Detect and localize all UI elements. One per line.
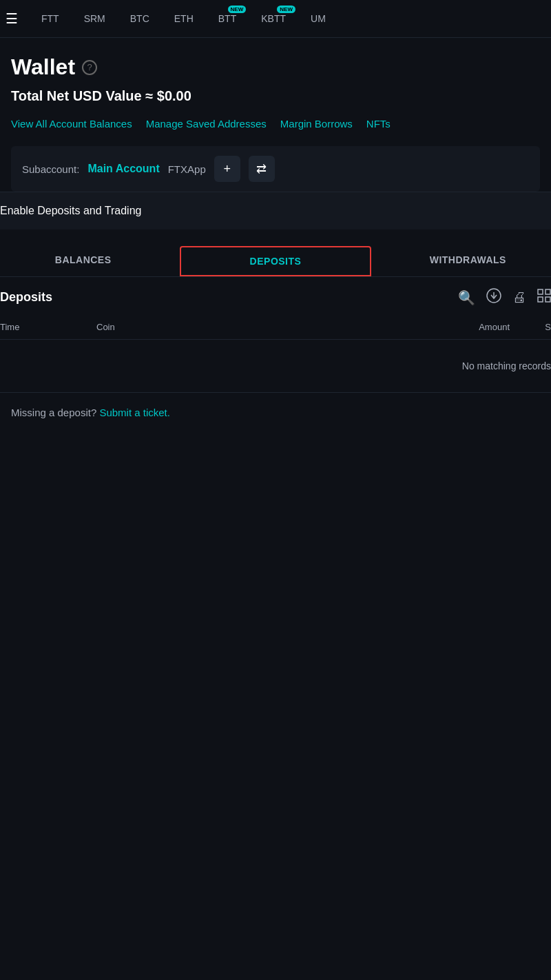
- nav-tab-eth[interactable]: ETH: [162, 0, 206, 38]
- subaccount-row: Subaccount: Main Account FTXApp + ⇄: [11, 146, 540, 192]
- download-icon[interactable]: [486, 288, 501, 307]
- new-badge-kbtt: NEW: [277, 6, 295, 13]
- submit-ticket-link[interactable]: Submit a ticket.: [99, 407, 170, 418]
- margin-borrows-link[interactable]: Margin Borrows: [280, 118, 366, 130]
- missing-deposit-section: Missing a deposit? Submit a ticket.: [0, 393, 551, 432]
- missing-deposit-text: Missing a deposit?: [11, 407, 96, 418]
- tab-balances[interactable]: BALANCES: [0, 243, 177, 276]
- search-icon[interactable]: 🔍: [458, 289, 475, 306]
- net-value: Total Net USD Value ≈ $0.00: [11, 88, 540, 104]
- hamburger-icon[interactable]: ☰: [6, 10, 18, 27]
- grid-icon[interactable]: [537, 289, 551, 306]
- enable-banner[interactable]: Enable Deposits and Trading: [0, 192, 551, 229]
- nav-tab-srm[interactable]: SRM: [72, 0, 118, 38]
- enable-banner-text: Enable Deposits and Trading: [0, 205, 141, 216]
- new-badge-btt: NEW: [228, 6, 247, 13]
- nav-tabs: FTT SRM BTC ETH BTT NEW KBTT NEW UM: [29, 0, 338, 38]
- page-content: Wallet ? Total Net USD Value ≈ $0.00 Vie…: [0, 38, 551, 192]
- main-account-link[interactable]: Main Account: [87, 163, 159, 175]
- no-records-message: No matching records: [0, 340, 551, 392]
- col-header-amount: Amount: [193, 322, 510, 332]
- deposits-title: Deposits: [0, 290, 52, 305]
- col-header-coin: Coin: [96, 322, 193, 332]
- col-header-status: S: [510, 322, 551, 332]
- svg-rect-3: [545, 289, 550, 294]
- tabs-row: BALANCES DEPOSITS WITHDRAWALS: [0, 243, 551, 277]
- tab-withdrawals[interactable]: WITHDRAWALS: [374, 243, 551, 276]
- nav-tab-kbtt[interactable]: KBTT NEW: [249, 0, 298, 38]
- add-subaccount-button[interactable]: +: [214, 156, 240, 182]
- subaccount-label: Subaccount:: [22, 163, 79, 175]
- wallet-header: Wallet ?: [11, 54, 540, 80]
- top-navigation: ☰ FTT SRM BTC ETH BTT NEW KBTT NEW UM: [0, 0, 551, 38]
- table-header: Time Coin Amount S: [0, 315, 551, 340]
- transfer-button[interactable]: ⇄: [249, 156, 275, 182]
- ftxapp-label: FTXApp: [168, 163, 206, 175]
- svg-rect-2: [538, 289, 543, 294]
- wallet-title: Wallet: [11, 54, 75, 80]
- view-all-balances-link[interactable]: View All Account Balances: [11, 118, 146, 130]
- tab-deposits[interactable]: DEPOSITS: [180, 246, 371, 276]
- col-header-time: Time: [0, 322, 96, 332]
- svg-rect-4: [538, 297, 543, 302]
- nav-tab-btc[interactable]: BTC: [118, 0, 162, 38]
- nav-tab-ftt[interactable]: FTT: [29, 0, 72, 38]
- links-row: View All Account Balances Manage Saved A…: [11, 118, 540, 130]
- svg-rect-5: [545, 297, 550, 302]
- help-icon[interactable]: ?: [82, 60, 97, 75]
- manage-saved-addresses-link[interactable]: Manage Saved Addresses: [146, 118, 280, 130]
- deposits-actions: 🔍 🖨: [458, 288, 551, 307]
- nav-tab-btt[interactable]: BTT NEW: [206, 0, 249, 38]
- deposits-header: Deposits 🔍 🖨: [0, 277, 551, 315]
- nfts-link[interactable]: NFTs: [366, 118, 404, 130]
- deposits-section: Deposits 🔍 🖨 Time: [0, 277, 551, 392]
- print-icon[interactable]: 🖨: [512, 289, 526, 305]
- nav-tab-um[interactable]: UM: [298, 0, 338, 38]
